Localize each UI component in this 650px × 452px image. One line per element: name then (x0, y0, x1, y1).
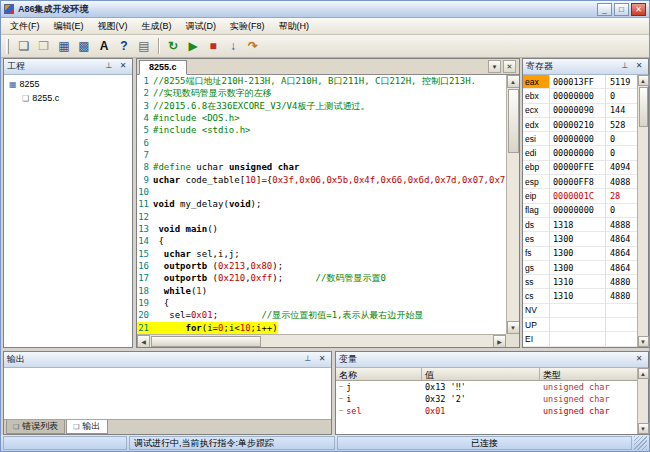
scroll-down-icon[interactable]: ▼ (507, 321, 520, 334)
close-icon[interactable]: ✕ (117, 61, 129, 72)
register-row-flag[interactable]: flag000000000 (523, 204, 637, 218)
menu-item-1[interactable]: 编辑(E) (47, 18, 91, 35)
code-line-9[interactable]: 9uchar code_table[10]={0x3f,0x06,0x5b,0x… (137, 174, 506, 186)
variable-row-j[interactable]: ─j0x13 '‼'unsigned char (336, 381, 637, 393)
register-row-esp[interactable]: esp00000FF84088 (523, 175, 637, 189)
code-line-12[interactable]: 12 (137, 211, 506, 223)
menu-item-2[interactable]: 视图(V) (91, 18, 135, 35)
code-line-14[interactable]: 14 { (137, 235, 506, 247)
menu-item-6[interactable]: 帮助(H) (272, 18, 317, 35)
menu-item-4[interactable]: 调试(D) (179, 18, 224, 35)
scroll-up-icon[interactable]: ▲ (638, 75, 649, 86)
scroll-up-icon[interactable]: ▲ (507, 75, 520, 88)
code-line-20[interactable]: 20 sel=0x01; //显示位置初值=1,表示从最右边开始显 (137, 309, 506, 321)
register-row-eax[interactable]: eax000013FF5119 (523, 75, 637, 89)
step-over-icon[interactable]: ↷ (244, 37, 262, 55)
register-row-ds[interactable]: ds13184888 (523, 218, 637, 232)
close-icon[interactable]: ✕ (503, 60, 516, 73)
stop-icon[interactable]: ■ (204, 37, 222, 55)
toolbar-grip[interactable] (6, 39, 9, 54)
menu-item-0[interactable]: 文件(F) (3, 18, 47, 35)
menu-item-5[interactable]: 实验(F8) (223, 18, 272, 35)
scrollbar-thumb[interactable] (151, 336, 261, 347)
font-icon[interactable]: A (95, 37, 113, 55)
open-folder-icon[interactable]: ❒ (35, 37, 53, 55)
code-line-2[interactable]: 2//实现数码管显示数字的左移 (137, 87, 506, 99)
minimize-button[interactable]: _ (597, 3, 612, 16)
code-line-11[interactable]: 11void my_delay(void); (137, 198, 506, 210)
code-line-7[interactable]: 7 (137, 149, 506, 161)
register-row-ebp[interactable]: ebp00000FFE4094 (523, 161, 637, 175)
close-icon[interactable]: ✕ (316, 354, 328, 365)
register-row-edx[interactable]: edx00000210528 (523, 118, 637, 132)
editor-vertical-scrollbar[interactable]: ▲ ▼ (506, 75, 519, 334)
column-header-type[interactable]: 类型 (540, 368, 637, 380)
register-row-ecx[interactable]: ecx00000090144 (523, 104, 637, 118)
scrollbar-thumb[interactable] (508, 89, 519, 153)
run-icon[interactable]: ▶ (184, 37, 202, 55)
save-all-icon[interactable]: ▩ (75, 37, 93, 55)
output-tab-1[interactable]: ❏输出 (66, 420, 107, 434)
code-line-18[interactable]: 18 while(1) (137, 285, 506, 297)
pin-icon[interactable]: ⊥ (619, 61, 631, 72)
close-icon[interactable]: ✕ (633, 354, 645, 365)
register-row-cs[interactable]: cs13104880 (523, 289, 637, 303)
close-button[interactable]: ✕ (631, 3, 646, 16)
code-line-17[interactable]: 17 outportb (0x210,0xff); //数码管显示置0 (137, 272, 506, 284)
register-row-nv[interactable]: NV (523, 304, 637, 318)
save-icon[interactable]: ▦ (55, 37, 73, 55)
maximize-button[interactable]: □ (614, 3, 629, 16)
code-line-5[interactable]: 5#include <stdio.h> (137, 124, 506, 136)
menu-item-3[interactable]: 生成(B) (135, 18, 179, 35)
output-tab-0[interactable]: ❏错误列表 (6, 420, 65, 434)
print-icon[interactable]: ▤ (135, 37, 153, 55)
register-row-es[interactable]: es13004864 (523, 232, 637, 246)
code-line-6[interactable]: 6 (137, 137, 506, 149)
scroll-up-icon[interactable]: ▲ (638, 368, 649, 379)
scrollbar-thumb[interactable] (639, 87, 648, 127)
variable-row-sel[interactable]: ─sel0x01unsigned char (336, 405, 637, 417)
code-line-3[interactable]: 3//2015.6.8在336EXCORE_V3/V4板子上测试通过。 (137, 100, 506, 112)
step-into-icon[interactable]: ↓ (224, 37, 242, 55)
column-header-name[interactable]: 名称 (336, 368, 422, 380)
registers-scrollbar[interactable]: ▲ ▼ (637, 75, 648, 347)
register-row-ei[interactable]: EI (523, 332, 637, 346)
variables-scrollbar[interactable]: ▲ ▼ (637, 368, 648, 434)
scroll-down-icon[interactable]: ▼ (638, 423, 649, 434)
register-row-edi[interactable]: edi000000000 (523, 146, 637, 160)
register-row-ss[interactable]: ss13104880 (523, 275, 637, 289)
register-row-up[interactable]: UP (523, 318, 637, 332)
output-content[interactable] (4, 368, 331, 419)
code-line-13[interactable]: 13 void main() (137, 223, 506, 235)
code-line-21[interactable]: 21 for(i=0;i<10;i++) (137, 322, 506, 334)
code-line-19[interactable]: 19 { (137, 297, 506, 309)
column-header-value[interactable]: 值 (422, 368, 540, 380)
editor-tab-8255-c[interactable]: 8255.c (139, 60, 187, 75)
register-row-ebx[interactable]: ebx000000000 (523, 89, 637, 103)
close-icon[interactable]: ✕ (633, 61, 645, 72)
code-line-15[interactable]: 15 uchar sel,i,j; (137, 248, 506, 260)
code-editor[interactable]: 1//8255端口地址210H-213H, A口210H, B口211H, C口… (137, 75, 519, 347)
code-line-8[interactable]: 8#define uchar unsigned char (137, 161, 506, 173)
code-line-4[interactable]: 4#include <DOS.h> (137, 112, 506, 124)
tree-item-8255-c[interactable]: ❏8255.c (4, 91, 132, 105)
code-line-1[interactable]: 1//8255端口地址210H-213H, A口210H, B口211H, C口… (137, 75, 506, 87)
help-icon[interactable]: ? (115, 37, 133, 55)
title-bar[interactable]: A86集成开发环境 _ □ ✕ (1, 1, 649, 18)
chevron-down-icon[interactable]: ▾ (488, 60, 501, 73)
scroll-right-icon[interactable]: ▶ (493, 335, 506, 348)
scroll-down-icon[interactable]: ▼ (638, 336, 649, 347)
register-row-esi[interactable]: esi000000000 (523, 132, 637, 146)
code-line-16[interactable]: 16 outportb (0x213,0x80); (137, 260, 506, 272)
scroll-left-icon[interactable]: ◀ (137, 335, 150, 348)
build-icon[interactable]: ↻ (164, 37, 182, 55)
resize-grip[interactable] (634, 436, 647, 450)
editor-horizontal-scrollbar[interactable]: ◀ ▶ (137, 334, 506, 347)
code-line-10[interactable]: 10 (137, 186, 506, 198)
register-row-eip[interactable]: eip0000001C28 (523, 189, 637, 203)
pin-icon[interactable]: ⊥ (302, 354, 314, 365)
register-row-gs[interactable]: gs13004864 (523, 261, 637, 275)
register-row-fs[interactable]: fs13004864 (523, 247, 637, 261)
pin-icon[interactable]: ⊥ (103, 61, 115, 72)
new-file-icon[interactable]: ❏ (15, 37, 33, 55)
